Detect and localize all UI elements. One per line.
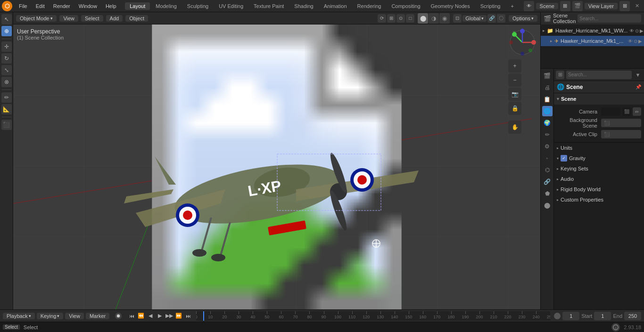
- transform-pivot[interactable]: ⊡: [453, 14, 462, 23]
- background-scene-value[interactable]: ⬛: [601, 119, 641, 127]
- camera-color-btn[interactable]: ⬛: [622, 107, 631, 116]
- zoom-in-btn[interactable]: +: [508, 59, 521, 73]
- camera-edit-btn[interactable]: ✏: [633, 107, 641, 116]
- record-btn[interactable]: ⏺: [115, 313, 122, 319]
- props-constraints-tab[interactable]: 🔗: [542, 177, 553, 187]
- gravity-section-header[interactable]: ▾ ✓ Gravity: [554, 153, 644, 163]
- props-filter-btn[interactable]: ▼: [634, 71, 642, 79]
- solid-shading[interactable]: ⬤: [418, 13, 428, 24]
- playback-menu[interactable]: Playback ▾: [3, 313, 35, 319]
- current-frame-input[interactable]: 1: [562, 312, 579, 320]
- step-back-btn[interactable]: ◀: [146, 312, 155, 320]
- hide-btn-1[interactable]: ⊙: [634, 39, 637, 44]
- prev-keyframe-btn[interactable]: ⏪: [137, 312, 145, 320]
- 3d-viewport[interactable]: L·XP User Perspective (1) Scene Collec: [13, 24, 540, 309]
- props-scene-tab[interactable]: 🌐: [542, 106, 553, 116]
- mode-selector[interactable]: Object Mode ▾: [16, 15, 57, 22]
- menu-file[interactable]: File: [15, 2, 31, 10]
- custom-props-section-header[interactable]: ▸ Custom Properties: [554, 194, 644, 205]
- props-particles-tab[interactable]: ◦: [542, 153, 553, 163]
- camera-value[interactable]: [601, 107, 620, 116]
- tab-uv-editing[interactable]: UV Editing: [214, 2, 248, 10]
- filter-btn-0[interactable]: ▶: [640, 28, 644, 33]
- props-physics-tab[interactable]: ⌬: [542, 165, 553, 175]
- annotate-tool[interactable]: ✏: [1, 92, 12, 103]
- timeline-ruler[interactable]: 0102030405060708090100110120130140150160…: [196, 311, 550, 321]
- xray-toggle[interactable]: □: [406, 14, 414, 23]
- props-world-tab[interactable]: 🌍: [542, 118, 553, 128]
- select-tool[interactable]: ↖: [1, 14, 12, 24]
- tab-shading[interactable]: Shading: [289, 2, 318, 10]
- view-transform-btn[interactable]: ⟳: [378, 14, 386, 23]
- status-icon-btn[interactable]: i: [611, 323, 620, 332]
- tab-geometry-nodes[interactable]: Geometry Nodes: [426, 2, 475, 10]
- transform-tool[interactable]: ⊗: [1, 77, 12, 87]
- menu-edit[interactable]: Edit: [32, 2, 49, 10]
- object-menu[interactable]: Object: [125, 15, 148, 22]
- rigid-body-section-header[interactable]: ▸ Rigid Body World: [554, 184, 644, 194]
- outliner-item-0[interactable]: ▸ 📁 Hawker_Hurricane_Mk1_WW... 👁 ⊙ ▶: [541, 25, 644, 36]
- scene-dropdown[interactable]: 👁: [524, 1, 534, 11]
- outliner-item-1[interactable]: ▸ ✈ Hawker_Hurricane_Mk1_... 👁 ⊙ ▶: [541, 36, 644, 46]
- step-fwd-btn[interactable]: ▶▶: [165, 312, 173, 320]
- options-btn[interactable]: Options ▾: [509, 15, 537, 22]
- transform-orientation[interactable]: Global ▾: [462, 15, 487, 22]
- camera-view-btn[interactable]: 📷: [508, 88, 521, 101]
- tab-scripting[interactable]: Scripting: [476, 2, 505, 10]
- tab-compositing[interactable]: Compositing: [387, 2, 425, 10]
- outliner-search[interactable]: [578, 14, 641, 23]
- props-render-tab[interactable]: 🎬: [542, 71, 553, 81]
- fps-icon[interactable]: [554, 313, 561, 319]
- tab-add[interactable]: +: [506, 2, 518, 10]
- filter-btn-1[interactable]: ▶: [638, 39, 642, 44]
- props-modifier-tab[interactable]: ⚙: [542, 141, 553, 152]
- props-search-input[interactable]: [566, 71, 632, 79]
- scene-section-header[interactable]: ▾ Scene: [554, 93, 644, 105]
- props-output-tab[interactable]: 🖨: [542, 82, 553, 93]
- tab-modeling[interactable]: Modeling: [151, 2, 182, 10]
- gravity-checkbox[interactable]: ✓: [561, 155, 567, 162]
- audio-section-header[interactable]: ▸ Audio: [554, 174, 644, 184]
- cursor-tool[interactable]: ⊕: [1, 26, 12, 36]
- start-frame-input[interactable]: 1: [594, 312, 611, 320]
- view-menu[interactable]: View: [59, 15, 78, 22]
- props-material-tab[interactable]: ⬤: [542, 200, 553, 211]
- props-view-layer-tab[interactable]: 📋: [542, 94, 553, 105]
- select-menu[interactable]: Select: [81, 15, 103, 22]
- snap-toggle[interactable]: 🔗: [487, 14, 496, 23]
- visibility-btn-1[interactable]: 👁: [628, 39, 633, 44]
- add-cube-tool[interactable]: ⬛: [1, 120, 12, 130]
- props-pin-btn[interactable]: 📌: [636, 84, 641, 89]
- view-layer-copy-btn[interactable]: ⊞: [619, 1, 630, 11]
- measure-tool[interactable]: 📐: [1, 104, 12, 114]
- play-btn[interactable]: ▶: [156, 312, 164, 320]
- tab-rendering[interactable]: Rendering: [353, 2, 386, 10]
- props-search-icon[interactable]: ⊞: [556, 71, 564, 79]
- props-data-tab[interactable]: ⬟: [542, 188, 553, 199]
- proportional-edit[interactable]: 〇: [497, 14, 505, 23]
- view-layer-name[interactable]: View Layer: [585, 3, 618, 9]
- zoom-out-btn[interactable]: −: [508, 73, 521, 87]
- tab-sculpting[interactable]: Sculpting: [182, 2, 213, 10]
- move-viewport-btn[interactable]: ✋: [508, 121, 521, 134]
- visibility-btn-0[interactable]: 👁: [629, 28, 634, 33]
- rotate-tool[interactable]: ↻: [1, 53, 12, 64]
- move-tool[interactable]: ✛: [1, 41, 12, 52]
- add-menu[interactable]: Add: [106, 15, 123, 22]
- menu-help[interactable]: Help: [102, 2, 120, 10]
- end-frame-input[interactable]: 250: [624, 312, 641, 320]
- material-shading[interactable]: ◑: [429, 13, 439, 24]
- hide-btn-0[interactable]: ⊙: [635, 28, 639, 33]
- marker-menu[interactable]: Marker: [86, 313, 109, 319]
- scale-tool[interactable]: ⤡: [1, 65, 12, 75]
- units-section-header[interactable]: ▸ Units: [554, 143, 644, 153]
- next-keyframe-btn[interactable]: ⏩: [174, 312, 183, 320]
- keying-sets-section-header[interactable]: ▸ Keying Sets: [554, 163, 644, 174]
- active-clip-value[interactable]: ⬛: [601, 130, 641, 138]
- rendered-shading[interactable]: ◉: [439, 13, 450, 24]
- view-menu-timeline[interactable]: View: [65, 313, 84, 319]
- menu-render[interactable]: Render: [50, 2, 74, 10]
- lock-camera-btn[interactable]: 🔒: [508, 102, 521, 115]
- keying-menu[interactable]: Keying ▾: [37, 313, 64, 319]
- menu-window[interactable]: Window: [75, 2, 101, 10]
